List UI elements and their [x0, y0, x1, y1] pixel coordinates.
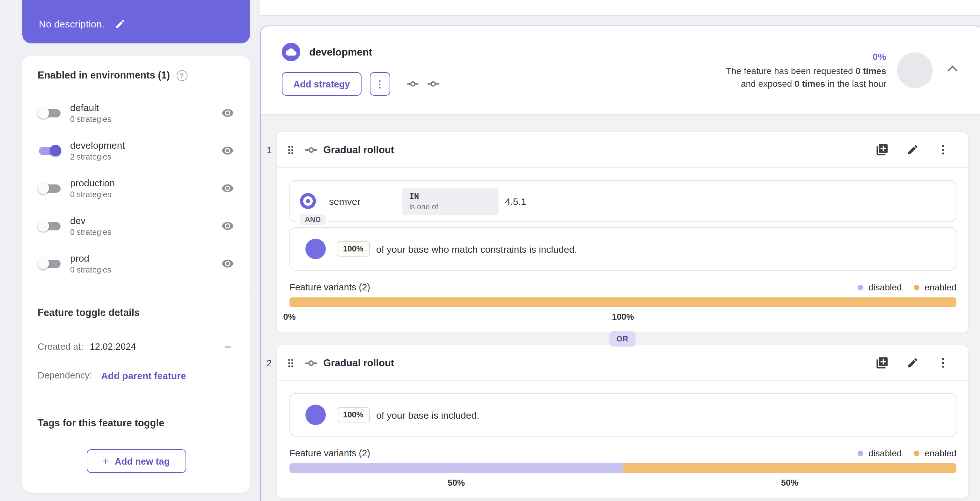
- metrics-donut-chart: [897, 52, 933, 88]
- collapse-details-button[interactable]: −: [221, 340, 235, 354]
- rollout-description: of your base is included.: [376, 409, 479, 420]
- environment-toggle-default[interactable]: [38, 106, 62, 119]
- constraint-row: semver IN is one of 4.5.1: [290, 180, 956, 222]
- environment-header: development Add strategy ⋮ 0% The featur…: [261, 26, 980, 114]
- environment-menu-button[interactable]: ⋮: [369, 72, 390, 96]
- variants-label: Feature variants (2): [290, 448, 370, 458]
- eye-icon: [221, 257, 234, 270]
- metrics-line2-suffix: in the last hour: [826, 78, 886, 88]
- strategy-preview-icons: [406, 78, 439, 90]
- or-chip: OR: [609, 331, 635, 346]
- variants-bar: [290, 297, 956, 307]
- environment-labels: prod 0 strategies: [70, 252, 111, 274]
- environment-row-production: production 0 strategies: [38, 169, 235, 207]
- dependency-label: Dependency:: [38, 370, 92, 380]
- environment-toggle-dev[interactable]: [38, 219, 62, 232]
- feature-description-row: No description.: [39, 18, 126, 29]
- drag-handle-icon[interactable]: [284, 356, 297, 369]
- environment-visibility-button[interactable]: [221, 105, 235, 120]
- copy-strategy-button[interactable]: [875, 143, 889, 156]
- environment-toggle-prod[interactable]: [38, 257, 62, 270]
- collapse-environment-button[interactable]: [943, 62, 959, 78]
- strategy-menu-button[interactable]: ⋮: [937, 356, 950, 370]
- variants-bar-labels: 0% 100%: [290, 311, 956, 324]
- environment-actions: Add strategy ⋮: [282, 72, 439, 96]
- page: No description. Enabled in environments …: [0, 0, 980, 501]
- environment-toggle-production[interactable]: [38, 182, 62, 194]
- environments-section: Enabled in environments (1) ? default 0 …: [22, 56, 250, 294]
- eye-icon: [221, 182, 234, 194]
- edit-strategy-button[interactable]: [906, 143, 920, 156]
- strategy-header: Gradual rollout ⋮: [277, 345, 968, 381]
- environment-strategy-count: 0 strategies: [70, 115, 111, 123]
- strategy-menu-button[interactable]: ⋮: [937, 143, 950, 156]
- tags-section: Tags for this feature toggle + Add new t…: [22, 404, 250, 473]
- environment-labels: default 0 strategies: [70, 102, 111, 123]
- strategy-body: 100% of your base is included. Feature v…: [277, 381, 968, 498]
- environment-visibility-button[interactable]: [221, 219, 235, 233]
- strategy-index: 2: [265, 345, 274, 381]
- and-chip: AND: [298, 212, 328, 227]
- constraint-value: 4.5.1: [505, 196, 527, 206]
- toggle-knob: [38, 182, 49, 194]
- legend-dot-enabled: [914, 284, 920, 290]
- legend-dot-enabled: [914, 450, 920, 456]
- rollout-percentage-badge: 100%: [337, 407, 370, 423]
- help-icon[interactable]: ?: [176, 70, 187, 81]
- environment-row-default: default 0 strategies: [38, 94, 235, 131]
- environment-labels: development 2 strategies: [70, 139, 125, 161]
- feature-description-card: No description.: [22, 0, 250, 43]
- edit-strategy-button[interactable]: [906, 356, 920, 370]
- edit-description-button[interactable]: [114, 18, 126, 29]
- legend-label-disabled: disabled: [869, 282, 902, 292]
- environment-name: dev: [70, 215, 111, 226]
- feature-details-title: Feature toggle details: [38, 307, 235, 319]
- copy-to-environment-icon: [875, 143, 889, 156]
- operator-name: IN: [409, 190, 491, 201]
- variant-percentage-enabled: 50%: [781, 478, 798, 488]
- strategy-item-2: 2 Gradual rollout ⋮: [276, 345, 969, 499]
- legend-dot-disabled: [858, 284, 863, 290]
- variant-percentage-disabled: 50%: [448, 478, 465, 488]
- cloud-icon: [286, 46, 296, 57]
- pencil-icon: [115, 18, 125, 29]
- environment-accordion-development: development Add strategy ⋮ 0% The featur…: [260, 26, 980, 501]
- environment-title-row: development: [282, 43, 372, 61]
- variants-header-row: Feature variants (2) disabled enabled: [290, 448, 956, 458]
- strategy-list: 1 Gradual rollout ⋮: [261, 114, 980, 501]
- variant-segment-enabled: [290, 297, 956, 307]
- variants-label: Feature variants (2): [290, 282, 370, 292]
- constraint-context-field: semver: [329, 196, 402, 206]
- add-new-tag-label: Add new tag: [115, 456, 170, 466]
- environment-visibility-button[interactable]: [221, 256, 235, 270]
- environment-row-prod: prod 0 strategies: [38, 244, 235, 282]
- feature-details-section: Feature toggle details Created at: 12.02…: [22, 294, 250, 403]
- environment-strategy-count: 0 strategies: [70, 265, 111, 274]
- environment-visibility-button[interactable]: [221, 143, 235, 157]
- tags-title: Tags for this feature toggle: [38, 417, 235, 429]
- drag-handle-icon[interactable]: [284, 143, 297, 156]
- eye-icon: [221, 219, 234, 232]
- copy-strategy-button[interactable]: [875, 356, 889, 370]
- metrics-line1-text: The feature has been requested: [726, 65, 855, 76]
- constraint-icon: [299, 192, 317, 210]
- strategy-actions: ⋮: [875, 143, 950, 156]
- strategy-title: Gradual rollout: [323, 357, 394, 369]
- environment-name: development: [309, 46, 372, 58]
- environment-visibility-button[interactable]: [221, 181, 235, 195]
- environment-toggle-development[interactable]: [38, 144, 62, 157]
- drag-dots-icon: [284, 356, 297, 369]
- environment-strategy-count: 2 strategies: [70, 152, 125, 161]
- add-strategy-button[interactable]: Add strategy: [282, 72, 361, 96]
- rollout-row: 100% of your base is included.: [290, 393, 956, 437]
- variants-legend: disabled enabled: [858, 282, 956, 292]
- legend-label-enabled: enabled: [924, 282, 956, 292]
- strategy-actions: ⋮: [875, 356, 950, 370]
- strategy-body: semver IN is one of 4.5.1 AND 100% of yo…: [277, 168, 968, 332]
- legend-label-enabled: enabled: [924, 448, 956, 458]
- legend-dot-disabled: [858, 450, 863, 456]
- environment-name: development: [70, 139, 125, 150]
- add-new-tag-button[interactable]: + Add new tag: [86, 449, 186, 473]
- plus-icon: +: [103, 456, 109, 466]
- add-parent-feature-link[interactable]: Add parent feature: [101, 370, 186, 381]
